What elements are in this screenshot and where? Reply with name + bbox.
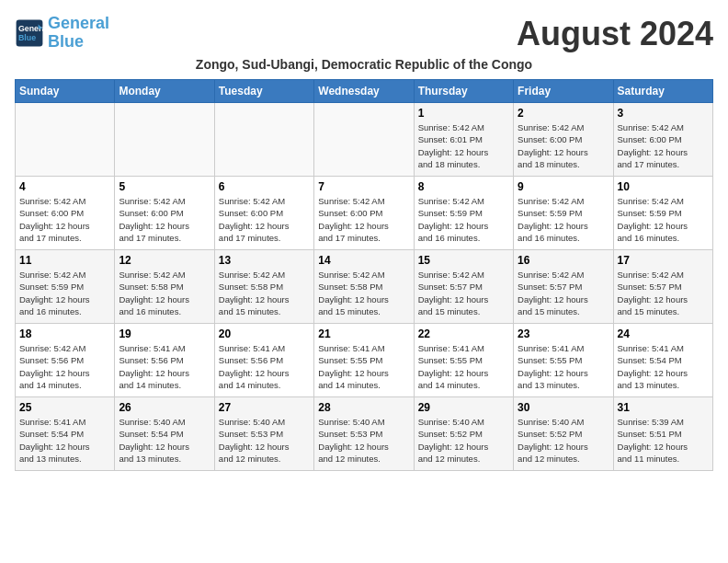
day-number: 5 <box>119 180 210 193</box>
day-number: 20 <box>219 327 310 340</box>
weekday-header-wednesday: Wednesday <box>314 80 414 103</box>
weekday-header-friday: Friday <box>514 80 613 103</box>
day-number: 14 <box>318 254 409 267</box>
day-cell: 22Sunrise: 5:41 AM Sunset: 5:55 PM Dayli… <box>414 324 513 397</box>
day-info: Sunrise: 5:40 AM Sunset: 5:52 PM Dayligh… <box>518 416 609 465</box>
svg-text:General: General <box>18 24 44 33</box>
week-row-3: 11Sunrise: 5:42 AM Sunset: 5:59 PM Dayli… <box>16 250 713 324</box>
week-row-5: 25Sunrise: 5:41 AM Sunset: 5:54 PM Dayli… <box>16 397 713 471</box>
day-number: 18 <box>19 327 110 340</box>
weekday-header-monday: Monday <box>115 80 214 103</box>
day-number: 9 <box>518 180 609 193</box>
day-cell: 3Sunrise: 5:42 AM Sunset: 6:00 PM Daylig… <box>613 103 712 177</box>
day-cell: 1Sunrise: 5:42 AM Sunset: 6:01 PM Daylig… <box>414 103 513 177</box>
day-number: 12 <box>119 254 210 267</box>
day-cell: 15Sunrise: 5:42 AM Sunset: 5:57 PM Dayli… <box>414 250 513 324</box>
day-cell: 20Sunrise: 5:41 AM Sunset: 5:56 PM Dayli… <box>214 324 313 397</box>
day-cell: 4Sunrise: 5:42 AM Sunset: 6:00 PM Daylig… <box>16 177 115 250</box>
week-row-1: 1Sunrise: 5:42 AM Sunset: 6:01 PM Daylig… <box>16 103 713 177</box>
day-info: Sunrise: 5:42 AM Sunset: 6:00 PM Dayligh… <box>219 195 310 244</box>
day-info: Sunrise: 5:42 AM Sunset: 5:58 PM Dayligh… <box>219 269 310 317</box>
day-info: Sunrise: 5:42 AM Sunset: 6:00 PM Dayligh… <box>318 195 409 244</box>
day-number: 23 <box>518 327 609 340</box>
day-number: 3 <box>618 107 709 120</box>
day-cell: 23Sunrise: 5:41 AM Sunset: 5:55 PM Dayli… <box>514 324 613 397</box>
calendar-table: SundayMondayTuesdayWednesdayThursdayFrid… <box>15 79 713 471</box>
day-info: Sunrise: 5:41 AM Sunset: 5:56 PM Dayligh… <box>119 342 210 391</box>
day-info: Sunrise: 5:42 AM Sunset: 5:58 PM Dayligh… <box>119 269 210 317</box>
day-number: 1 <box>418 107 509 120</box>
day-number: 8 <box>418 180 509 193</box>
week-row-4: 18Sunrise: 5:42 AM Sunset: 5:56 PM Dayli… <box>16 324 713 397</box>
day-number: 25 <box>19 401 110 414</box>
day-cell: 19Sunrise: 5:41 AM Sunset: 5:56 PM Dayli… <box>115 324 214 397</box>
day-cell: 27Sunrise: 5:40 AM Sunset: 5:53 PM Dayli… <box>214 397 313 471</box>
day-info: Sunrise: 5:41 AM Sunset: 5:54 PM Dayligh… <box>19 416 110 465</box>
day-number: 13 <box>219 254 310 267</box>
day-cell: 14Sunrise: 5:42 AM Sunset: 5:58 PM Dayli… <box>314 250 414 324</box>
day-cell: 24Sunrise: 5:41 AM Sunset: 5:54 PM Dayli… <box>613 324 712 397</box>
day-number: 17 <box>618 254 709 267</box>
day-cell <box>214 103 313 177</box>
weekday-header-sunday: Sunday <box>16 80 115 103</box>
day-number: 16 <box>518 254 609 267</box>
day-cell: 2Sunrise: 5:42 AM Sunset: 6:00 PM Daylig… <box>514 103 613 177</box>
day-info: Sunrise: 5:42 AM Sunset: 6:00 PM Dayligh… <box>518 121 609 170</box>
day-info: Sunrise: 5:41 AM Sunset: 5:55 PM Dayligh… <box>318 342 409 391</box>
day-info: Sunrise: 5:42 AM Sunset: 5:57 PM Dayligh… <box>418 269 509 317</box>
day-cell <box>115 103 214 177</box>
day-number: 31 <box>618 401 709 414</box>
day-cell: 5Sunrise: 5:42 AM Sunset: 6:00 PM Daylig… <box>115 177 214 250</box>
day-info: Sunrise: 5:42 AM Sunset: 5:57 PM Dayligh… <box>518 269 609 317</box>
day-info: Sunrise: 5:41 AM Sunset: 5:55 PM Dayligh… <box>418 342 509 391</box>
day-cell: 18Sunrise: 5:42 AM Sunset: 5:56 PM Dayli… <box>16 324 115 397</box>
day-info: Sunrise: 5:40 AM Sunset: 5:53 PM Dayligh… <box>318 416 409 465</box>
day-cell: 21Sunrise: 5:41 AM Sunset: 5:55 PM Dayli… <box>314 324 414 397</box>
day-info: Sunrise: 5:42 AM Sunset: 5:59 PM Dayligh… <box>518 195 609 244</box>
weekday-header-tuesday: Tuesday <box>214 80 313 103</box>
day-number: 21 <box>318 327 409 340</box>
day-info: Sunrise: 5:40 AM Sunset: 5:52 PM Dayligh… <box>418 416 509 465</box>
day-info: Sunrise: 5:42 AM Sunset: 6:00 PM Dayligh… <box>19 195 110 244</box>
day-info: Sunrise: 5:41 AM Sunset: 5:55 PM Dayligh… <box>518 342 609 391</box>
day-number: 27 <box>219 401 310 414</box>
weekday-header-thursday: Thursday <box>414 80 513 103</box>
day-info: Sunrise: 5:42 AM Sunset: 5:59 PM Dayligh… <box>418 195 509 244</box>
month-title: August 2024 <box>517 15 713 53</box>
day-info: Sunrise: 5:39 AM Sunset: 5:51 PM Dayligh… <box>618 416 709 465</box>
day-cell: 16Sunrise: 5:42 AM Sunset: 5:57 PM Dayli… <box>514 250 613 324</box>
day-cell: 30Sunrise: 5:40 AM Sunset: 5:52 PM Dayli… <box>514 397 613 471</box>
day-number: 30 <box>518 401 609 414</box>
day-info: Sunrise: 5:42 AM Sunset: 5:56 PM Dayligh… <box>19 342 110 391</box>
day-number: 2 <box>518 107 609 120</box>
day-cell: 28Sunrise: 5:40 AM Sunset: 5:53 PM Dayli… <box>314 397 414 471</box>
day-cell: 11Sunrise: 5:42 AM Sunset: 5:59 PM Dayli… <box>16 250 115 324</box>
day-number: 29 <box>418 401 509 414</box>
week-row-2: 4Sunrise: 5:42 AM Sunset: 6:00 PM Daylig… <box>16 177 713 250</box>
weekday-header-saturday: Saturday <box>613 80 712 103</box>
day-number: 7 <box>318 180 409 193</box>
day-number: 28 <box>318 401 409 414</box>
day-cell: 25Sunrise: 5:41 AM Sunset: 5:54 PM Dayli… <box>16 397 115 471</box>
day-cell: 8Sunrise: 5:42 AM Sunset: 5:59 PM Daylig… <box>414 177 513 250</box>
day-cell: 10Sunrise: 5:42 AM Sunset: 5:59 PM Dayli… <box>613 177 712 250</box>
day-cell: 31Sunrise: 5:39 AM Sunset: 5:51 PM Dayli… <box>613 397 712 471</box>
day-cell: 17Sunrise: 5:42 AM Sunset: 5:57 PM Dayli… <box>613 250 712 324</box>
day-number: 15 <box>418 254 509 267</box>
day-number: 11 <box>19 254 110 267</box>
day-number: 10 <box>618 180 709 193</box>
day-number: 26 <box>119 401 210 414</box>
day-info: Sunrise: 5:42 AM Sunset: 5:59 PM Dayligh… <box>618 195 709 244</box>
day-info: Sunrise: 5:42 AM Sunset: 6:00 PM Dayligh… <box>618 121 709 170</box>
day-cell: 26Sunrise: 5:40 AM Sunset: 5:54 PM Dayli… <box>115 397 214 471</box>
logo-icon: General Blue <box>15 18 44 48</box>
weekday-header-row: SundayMondayTuesdayWednesdayThursdayFrid… <box>16 80 713 103</box>
page-header: General Blue General Blue August 2024 <box>15 15 713 53</box>
day-cell: 9Sunrise: 5:42 AM Sunset: 5:59 PM Daylig… <box>514 177 613 250</box>
day-info: Sunrise: 5:42 AM Sunset: 5:58 PM Dayligh… <box>318 269 409 317</box>
day-cell: 13Sunrise: 5:42 AM Sunset: 5:58 PM Dayli… <box>214 250 313 324</box>
day-cell: 7Sunrise: 5:42 AM Sunset: 6:00 PM Daylig… <box>314 177 414 250</box>
day-info: Sunrise: 5:41 AM Sunset: 5:54 PM Dayligh… <box>618 342 709 391</box>
logo: General Blue General Blue <box>15 15 109 52</box>
day-number: 6 <box>219 180 310 193</box>
